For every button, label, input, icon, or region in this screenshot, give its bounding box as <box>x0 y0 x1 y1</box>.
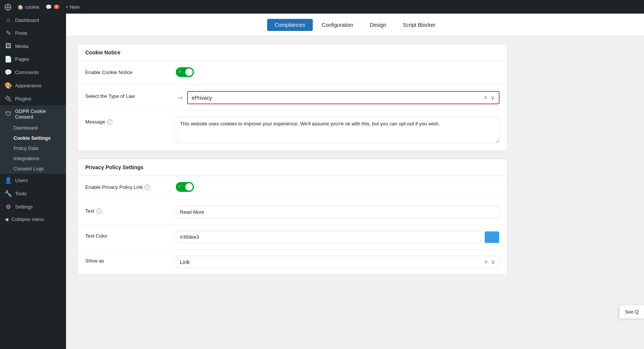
enable-privacy-policy-label: Enable Privacy Policy Link i <box>85 182 168 190</box>
sidebar-item-gdpr[interactable]: 🛡 GDPR Cookie Consent <box>0 105 66 123</box>
text-color-row: Text Color <box>78 225 507 250</box>
collapse-menu-button[interactable]: ◀ Collapse menu <box>0 213 66 225</box>
sidebar-item-label: Dashboard <box>15 17 39 23</box>
red-arrow-icon: → <box>176 93 184 103</box>
clear-select-icon[interactable]: × <box>484 94 487 101</box>
chevron-down-show-as-icon: ∨ <box>491 258 495 266</box>
type-of-law-select[interactable]: ePrivacy × ∨ <box>187 91 500 104</box>
toggle-track-privacy[interactable]: ✓ <box>176 182 194 192</box>
text-label: Text i <box>85 206 168 214</box>
new-content-link[interactable]: + New <box>66 4 80 10</box>
content-area: Compliances Configuration Design Script … <box>66 14 644 349</box>
enable-privacy-policy-toggle[interactable]: ✓ <box>176 182 194 192</box>
text-info-icon[interactable]: i <box>96 208 101 214</box>
tab-configuration[interactable]: Configuration <box>314 19 361 31</box>
show-as-control: Link × ∨ <box>176 256 500 268</box>
toggle-check-icon: ✓ <box>178 69 181 74</box>
main-layout: ⌂ Dashboard ✎ Posts 🖼 Media 📄 Pages 💬 Co… <box>0 14 644 349</box>
submenu-consent-logs[interactable]: Consent Logs <box>0 164 66 174</box>
sidebar: ⌂ Dashboard ✎ Posts 🖼 Media 📄 Pages 💬 Co… <box>0 14 66 349</box>
sidebar-item-dashboard[interactable]: ⌂ Dashboard <box>0 14 66 26</box>
comments-link[interactable]: 💬 0 <box>46 4 60 10</box>
enable-privacy-info-icon[interactable]: i <box>144 185 150 190</box>
tab-design[interactable]: Design <box>362 19 394 31</box>
sidebar-item-label: Media <box>15 43 28 49</box>
settings-icon: ⚙ <box>5 203 12 210</box>
enable-privacy-policy-row: Enable Privacy Policy Link i ✓ <box>78 176 507 200</box>
sidebar-item-settings[interactable]: ⚙ Settings <box>0 200 66 213</box>
submenu-integrations[interactable]: Integrations <box>0 153 66 164</box>
sidebar-item-comments[interactable]: 💬 Comments <box>0 66 66 79</box>
appearance-icon: 🎨 <box>5 82 12 89</box>
tools-icon: 🔧 <box>5 190 12 197</box>
new-label: + New <box>66 4 80 10</box>
submenu-policy-data[interactable]: Policy Data <box>0 143 66 153</box>
users-icon: 👤 <box>5 177 12 184</box>
color-input-row <box>176 231 500 243</box>
sidebar-item-label: Pages <box>15 56 29 62</box>
sidebar-item-plugins[interactable]: 🔌 Plugins <box>0 92 66 105</box>
type-of-law-value: ePrivacy <box>192 95 212 101</box>
enable-cookie-notice-row: Enable Cookie Notice ✓ <box>78 61 507 85</box>
admin-bar: ⨁ 🏠 cookie 💬 0 + New <box>0 0 644 14</box>
sidebar-item-users[interactable]: 👤 Users <box>0 174 66 187</box>
site-name: cookie <box>25 4 40 10</box>
select-actions: × ∨ <box>484 94 495 101</box>
message-info-icon[interactable]: i <box>107 119 112 125</box>
enable-cookie-notice-label: Enable Cookie Notice <box>85 67 168 75</box>
enable-cookie-notice-control: ✓ <box>176 67 500 79</box>
sidebar-item-appearance[interactable]: 🎨 Appearance <box>0 79 66 92</box>
pages-icon: 📄 <box>5 56 12 63</box>
arrow-indicator: → ePrivacy × ∨ <box>176 91 500 104</box>
sidebar-item-tools[interactable]: 🔧 Tools <box>0 187 66 200</box>
sidebar-item-posts[interactable]: ✎ Posts <box>0 26 66 40</box>
message-row: Message i This website uses cookies to i… <box>78 111 507 151</box>
clear-show-as-icon[interactable]: × <box>484 259 488 266</box>
tab-script-blocker[interactable]: Script Blocker <box>395 19 443 31</box>
text-color-label: Text Color <box>85 231 168 239</box>
site-name-link[interactable]: 🏠 cookie <box>17 4 40 10</box>
show-as-actions: × ∨ <box>484 258 495 266</box>
color-swatch[interactable] <box>484 231 500 243</box>
chevron-down-icon: ∨ <box>490 94 495 101</box>
enable-cookie-notice-toggle[interactable]: ✓ <box>176 67 194 77</box>
cookie-notice-header: Cookie Notice <box>78 44 507 61</box>
page-content: Cookie Notice Enable Cookie Notice ✓ <box>66 36 519 290</box>
sidebar-item-label: Appearance <box>15 83 41 88</box>
tab-compliances[interactable]: Compliances <box>267 19 313 31</box>
sidebar-item-label: Users <box>15 178 28 183</box>
submenu-gdpr-dashboard[interactable]: Dashboard <box>0 123 66 133</box>
cookie-notice-body: Enable Cookie Notice ✓ <box>78 61 507 151</box>
collapse-label: Collapse menu <box>11 216 44 222</box>
message-label: Message i <box>85 117 168 125</box>
sidebar-item-media[interactable]: 🖼 Media <box>0 40 66 53</box>
sidebar-item-label: Plugins <box>15 96 31 102</box>
message-control: This website uses cookies to improve you… <box>176 117 500 145</box>
collapse-icon: ◀ <box>5 216 8 222</box>
type-of-law-control: → ePrivacy × ∨ <box>176 91 500 104</box>
sidebar-item-label: Settings <box>15 204 33 210</box>
toggle-thumb <box>185 68 193 76</box>
sidebar-item-pages[interactable]: 📄 Pages <box>0 53 66 66</box>
privacy-policy-body: Enable Privacy Policy Link i ✓ <box>78 176 507 274</box>
text-input[interactable] <box>176 206 500 218</box>
submenu-cookie-settings[interactable]: Cookie Settings <box>0 133 66 143</box>
toggle-track[interactable]: ✓ <box>176 67 194 77</box>
gdpr-submenu: Dashboard Cookie Settings Policy Data In… <box>0 123 66 174</box>
see-q-button[interactable]: See Q <box>619 305 644 319</box>
text-row: Text i <box>78 200 507 225</box>
page-tabs-bar: Compliances Configuration Design Script … <box>66 14 644 36</box>
sidebar-item-label: Tools <box>15 191 26 196</box>
message-textarea[interactable]: This website uses cookies to improve you… <box>176 117 500 143</box>
text-color-control <box>176 231 500 243</box>
sidebar-item-label: Posts <box>15 30 28 36</box>
dashboard-icon: ⌂ <box>5 17 12 23</box>
toggle-check-privacy-icon: ✓ <box>178 184 181 189</box>
wp-logo-icon[interactable]: ⨁ <box>5 3 11 11</box>
show-as-select[interactable]: Link × ∨ <box>176 256 500 268</box>
home-icon: 🏠 <box>17 4 23 10</box>
toggle-thumb-privacy <box>185 183 193 191</box>
comments-nav-icon: 💬 <box>5 69 12 76</box>
text-color-input[interactable] <box>176 231 481 243</box>
comments-count: 0 <box>54 5 60 9</box>
